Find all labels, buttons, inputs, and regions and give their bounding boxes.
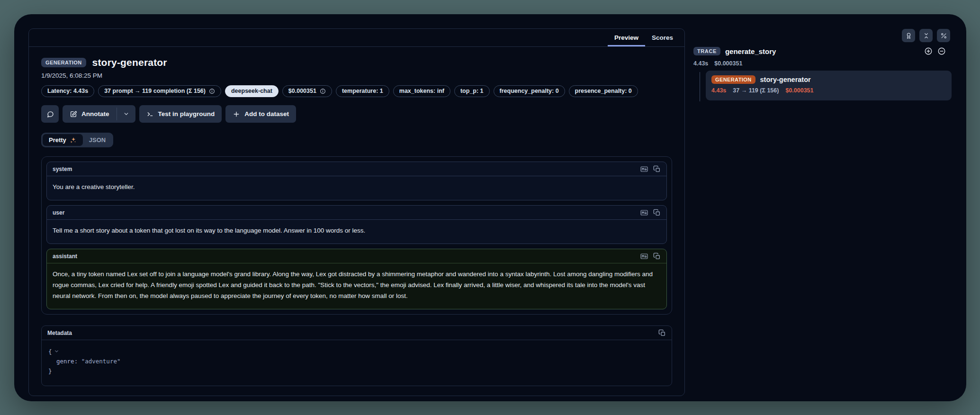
trace-stats: 4.43s $0.000351 (693, 60, 742, 67)
collapse-tree-button[interactable] (919, 29, 933, 42)
metadata-json: { genre: "adventure" } (42, 340, 672, 386)
metadata-header: Metadata (42, 326, 672, 340)
node-header: GENERATION story-generator (711, 75, 946, 84)
tab-scores[interactable]: Scores (645, 29, 680, 46)
message-content: Once, a tiny token named Lex set off to … (47, 263, 666, 309)
metrics-pill-row: Latency: 4.43s 37 prompt → 119 completio… (41, 85, 672, 97)
message-actions (640, 253, 661, 260)
message-role-label: user (53, 209, 64, 216)
sparkles-icon (70, 136, 77, 144)
award-icon (905, 32, 912, 39)
observation-header: GENERATION story-generator (41, 57, 672, 68)
scores-award-button[interactable] (902, 29, 915, 42)
json-line: } (48, 367, 665, 377)
frequency-penalty-pill: frequency_penalty: 0 (494, 85, 565, 97)
observation-preview-panel: Preview Scores GENERATION story-generato… (28, 28, 685, 396)
comments-button[interactable] (41, 105, 59, 123)
top-p-pill: top_p: 1 (454, 85, 490, 97)
copy-icon[interactable] (658, 329, 666, 337)
tree-connector (700, 72, 700, 101)
collapse-all-icon[interactable] (937, 47, 946, 55)
node-stats: 4.43s 37 → 119 (Σ 156) $0.000351 (711, 87, 946, 94)
collapse-chevron-icon[interactable] (54, 349, 59, 354)
node-name: story-generator (760, 76, 811, 83)
percent-icon (940, 32, 947, 39)
annotate-split-button: Annotate (63, 105, 135, 123)
message-content: Tell me a short story about a token that… (47, 220, 666, 244)
node-cost: $0.000351 (785, 87, 813, 94)
message-actions (640, 165, 661, 173)
toggle-json[interactable]: JSON (83, 134, 112, 146)
metrics-percent-button[interactable] (937, 29, 950, 42)
markdown-toggle-icon[interactable] (640, 209, 648, 217)
copy-icon[interactable] (653, 209, 661, 217)
observation-content: GENERATION story-generator 1/9/2025, 6:0… (29, 47, 684, 396)
plus-icon (233, 110, 240, 118)
metadata-title: Metadata (47, 330, 72, 336)
trace-tree-toolbar (902, 29, 950, 42)
preview-scores-tabbar: Preview Scores (29, 29, 684, 47)
message-content: You are a creative storyteller. (47, 176, 666, 200)
metadata-panel: Metadata { genre: "adventure" } (41, 325, 672, 386)
trace-name: generate_story (725, 47, 919, 55)
tree-expand-controls (924, 47, 946, 55)
pen-square-icon (70, 110, 77, 118)
node-latency: 4.43s (711, 87, 726, 94)
trace-tree-root[interactable]: TRACE generate_story (693, 47, 952, 55)
comment-icon (46, 110, 54, 118)
message-role-label: assistant (53, 253, 77, 260)
presence-penalty-pill: presence_penalty: 0 (569, 85, 638, 97)
expand-all-icon[interactable] (924, 47, 933, 55)
json-line: { (48, 347, 665, 357)
message-actions (640, 209, 661, 217)
cost-label: $0.000351 (288, 88, 316, 95)
trace-latency: 4.43s (693, 60, 708, 67)
action-toolbar: Annotate Test in playground Add to datas… (41, 105, 672, 123)
app-window: Preview Scores GENERATION story-generato… (14, 14, 966, 401)
token-usage-label: 37 prompt → 119 completion (Σ 156) (104, 88, 206, 95)
trace-cost: $0.000351 (714, 60, 742, 67)
node-tokens: 37 → 119 (Σ 156) (733, 87, 779, 94)
test-in-playground-button[interactable]: Test in playground (139, 105, 222, 123)
trace-type-badge: TRACE (693, 47, 720, 55)
message-header: system (47, 162, 666, 176)
observation-type-badge: GENERATION (41, 58, 86, 67)
message-header: assistant (47, 249, 666, 263)
info-icon[interactable] (209, 88, 215, 94)
add-to-dataset-button[interactable]: Add to dataset (225, 105, 296, 123)
observation-timestamp: 1/9/2025, 6:08:25 PM (41, 72, 672, 79)
latency-pill: Latency: 4.43s (41, 85, 94, 97)
token-usage-pill: 37 prompt → 119 completion (Σ 156) (98, 85, 221, 97)
model-pill[interactable]: deepseek-chat (225, 85, 279, 97)
message-assistant: assistant Once, a tiny token named Lex s… (46, 249, 667, 309)
tree-node-generation[interactable]: GENERATION story-generator 4.43s 37 → 11… (706, 71, 952, 100)
temperature-pill: temperature: 1 (336, 85, 389, 97)
max-tokens-pill: max_tokens: inf (393, 85, 450, 97)
fold-vertical-icon (923, 32, 930, 39)
toggle-pretty[interactable]: Pretty (43, 134, 83, 146)
generation-type-badge: GENERATION (711, 75, 755, 84)
message-system: system You are a creative storyteller. (46, 162, 667, 200)
messages-container: system You are a creative storyteller. u… (41, 156, 672, 315)
terminal-icon (146, 110, 154, 118)
cost-pill: $0.000351 (282, 85, 332, 97)
message-header: user (47, 206, 666, 220)
markdown-toggle-icon[interactable] (640, 253, 648, 260)
tab-preview[interactable]: Preview (608, 29, 645, 46)
message-user: user Tell me a short story about a token… (46, 205, 667, 244)
annotate-dropdown-button[interactable] (117, 105, 135, 123)
page-title: story-generator (92, 57, 167, 68)
copy-icon[interactable] (653, 165, 661, 173)
info-icon[interactable] (320, 88, 326, 94)
annotate-button[interactable]: Annotate (63, 105, 117, 123)
message-role-label: system (53, 166, 72, 172)
pretty-json-toggle: Pretty JSON (41, 133, 113, 147)
copy-icon[interactable] (653, 253, 661, 260)
chevron-down-icon (123, 111, 129, 117)
json-line: genre: "adventure" (48, 357, 665, 367)
markdown-toggle-icon[interactable] (640, 165, 648, 173)
